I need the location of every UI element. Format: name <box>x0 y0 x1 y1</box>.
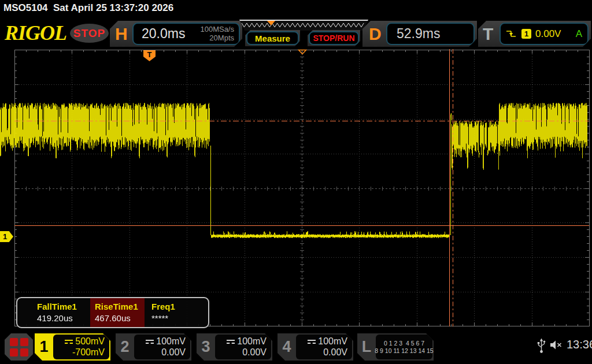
channel-scale: 100mV <box>318 336 347 347</box>
stop-run-button-label: STOP/RUN <box>313 34 354 43</box>
channel-number: 4 <box>278 333 296 361</box>
channel-scale: 500mV <box>75 336 105 347</box>
channel-offset: -700mV <box>72 347 105 358</box>
trigger-source-badge: 1 <box>521 29 531 39</box>
measurement-value: 467.60us <box>95 313 145 324</box>
channel2-button[interactable]: 2 100mV 0.00V <box>116 333 191 361</box>
measurement-name: Freq1 <box>151 301 206 313</box>
run-state-label: STOP <box>73 27 105 40</box>
dc-coupling-icon <box>65 339 73 344</box>
center-reference-marker <box>298 49 307 55</box>
speaker-muted-icon <box>549 339 564 351</box>
measurement-item-freq[interactable]: Freq1 ***** <box>145 298 206 327</box>
memory-depth: 20Mpts <box>200 34 234 42</box>
measurement-value: ***** <box>151 313 206 324</box>
delay-box: 52.9ms <box>386 23 475 45</box>
logic-channels-button[interactable]: L 0 1 2 3 4 5 6 7 8 9 10 11 12 13 14 15 <box>357 333 434 361</box>
measurement-item-risetime-selected[interactable]: RiseTime1 467.60us <box>90 298 145 327</box>
measure-button[interactable]: Measure <box>245 30 300 46</box>
menu-icon <box>10 338 18 346</box>
overview-waveform <box>239 21 368 29</box>
sample-rate: 100MSa/s <box>200 25 234 34</box>
logic-row1: 0 1 2 3 4 5 6 7 <box>384 340 424 347</box>
dc-coupling-icon <box>308 339 316 344</box>
dc-coupling-icon <box>227 339 235 344</box>
channel4-button[interactable]: 4 100mV 0.00V <box>278 333 353 361</box>
trigger-sweep-mode: A <box>576 28 582 40</box>
channel3-button[interactable]: 3 100mV 0.00V <box>197 333 272 361</box>
logic-label: L <box>357 333 376 361</box>
stop-run-button[interactable]: STOP/RUN <box>308 30 360 46</box>
delay-readout[interactable]: D 52.9ms <box>362 21 477 47</box>
channel-offset: 0.00V <box>323 347 347 358</box>
measurement-name: RiseTime1 <box>95 301 145 313</box>
falling-edge-icon <box>505 29 517 39</box>
window-title: MSO5104 Sat April 25 13:37:20 2026 <box>3 2 173 14</box>
waveform-display[interactable] <box>0 49 592 326</box>
timebase-box: 20.0ms 100MSa/s 20Mpts <box>132 23 240 45</box>
channel-offset: 0.00V <box>161 347 186 358</box>
channel-scale: 100mV <box>156 336 186 347</box>
clock: 13:36 <box>567 338 592 351</box>
rigol-logo: RIGOL <box>5 21 66 45</box>
horizontal-settings-button[interactable]: H 20.0ms 100MSa/s 20Mpts <box>110 21 242 47</box>
measurement-panel: FallTime1 419.20us RiseTime1 467.60us Fr… <box>16 297 209 328</box>
trigger-settings-button[interactable]: T 1 0.00V A <box>478 21 591 47</box>
delay-label: D <box>369 21 382 47</box>
logic-row2: 8 9 10 11 12 13 14 15 <box>375 347 433 355</box>
horizontal-label: H <box>115 21 128 47</box>
measurement-value: 419.20us <box>37 313 90 324</box>
channel1-button[interactable]: 1 500mV -700mV <box>35 333 110 361</box>
usb-icon <box>536 338 546 354</box>
channel-number: 1 <box>35 333 53 361</box>
measurement-item-falltime[interactable]: FallTime1 419.20us <box>17 298 90 327</box>
menu-button[interactable] <box>5 333 33 361</box>
channel-scale: 100mV <box>237 336 267 347</box>
waveform-overview-strip[interactable] <box>239 20 368 31</box>
delay-value: 52.9ms <box>397 24 440 44</box>
trigger-level-value: 0.00V <box>535 28 561 40</box>
acquisition-readout: 100MSa/s 20Mpts <box>200 25 234 42</box>
channel-number: 2 <box>116 333 134 361</box>
timebase-value: 20.0ms <box>142 24 185 44</box>
channel-offset: 0.00V <box>242 347 267 358</box>
overview-position-marker[interactable] <box>267 21 275 25</box>
trigger-label: T <box>483 21 493 47</box>
trigger-box: 1 0.00V A <box>500 23 589 45</box>
run-state-badge: STOP <box>70 24 109 43</box>
channel-number: 3 <box>197 333 215 361</box>
measure-button-label: Measure <box>255 34 290 43</box>
measurement-name: FallTime1 <box>37 301 90 313</box>
dc-coupling-icon <box>146 339 154 344</box>
